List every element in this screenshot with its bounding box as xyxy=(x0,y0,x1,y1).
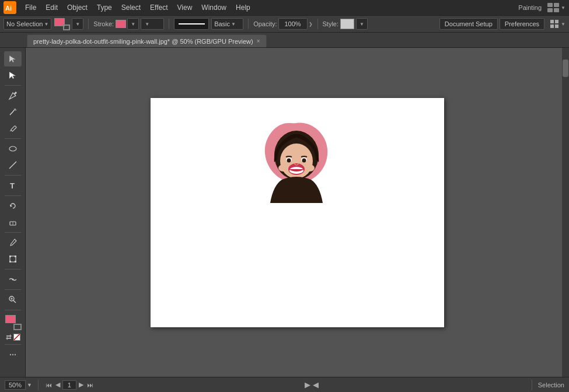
svg-rect-8 xyxy=(550,24,554,28)
type-tool-button[interactable]: T xyxy=(4,178,22,193)
line-tool-button[interactable] xyxy=(4,158,22,173)
menu-file[interactable]: File xyxy=(21,2,40,13)
svg-point-31 xyxy=(12,354,13,355)
pencil-tool-button[interactable] xyxy=(4,121,22,136)
workspace-switcher[interactable]: ▼ xyxy=(547,3,565,12)
next-page-button[interactable]: ▶ xyxy=(78,381,85,388)
menu-object[interactable]: Object xyxy=(63,2,92,13)
more-tools-button[interactable] xyxy=(4,347,22,362)
first-page-button[interactable]: ⏮ xyxy=(44,382,53,388)
stroke-dropdown[interactable]: ▼ xyxy=(127,18,139,30)
opacity-group: Opacity: ❯ xyxy=(253,18,312,30)
stroke-width-dropdown[interactable]: ▼ xyxy=(141,18,164,30)
fill-chevron: ▼ xyxy=(75,22,80,27)
doc-setup-group: Document Setup Preferences xyxy=(439,18,544,30)
tool-sep-3 xyxy=(5,175,21,176)
pen-tool-button[interactable] xyxy=(4,88,22,103)
selection-group: No Selection ▼ xyxy=(4,18,51,30)
svg-rect-21 xyxy=(9,256,11,257)
menu-window[interactable]: Window xyxy=(197,2,231,13)
fill-color-swatch[interactable] xyxy=(54,18,70,30)
status-sep-2 xyxy=(532,380,532,390)
status-sep-1 xyxy=(38,380,39,390)
status-bar: ▼ ⏮ ◀ ▶ ⏭ ▶ ◀ Selection xyxy=(0,377,569,392)
menu-view[interactable]: View xyxy=(173,2,197,13)
main-area: T xyxy=(0,48,569,377)
options-toolbar: No Selection ▼ ▼ Stroke: ▼ ▼ xyxy=(0,15,569,33)
rewind-button[interactable]: ◀ xyxy=(313,380,319,389)
svg-rect-9 xyxy=(555,24,558,28)
style-swatch[interactable] xyxy=(340,19,354,29)
tab-close-button[interactable]: × xyxy=(257,38,260,44)
opacity-arrow: ❯ xyxy=(309,22,313,27)
fill-stroke-color-box[interactable] xyxy=(4,314,22,330)
app-logo: Ai xyxy=(4,1,16,14)
brush-tool-button[interactable] xyxy=(4,104,22,120)
stroke-style-group xyxy=(174,18,209,30)
zoom-group: ▼ xyxy=(5,380,32,390)
preferences-button[interactable]: Preferences xyxy=(500,18,544,30)
sep-3 xyxy=(248,19,249,29)
svg-point-14 xyxy=(9,146,16,151)
zoom-input[interactable] xyxy=(5,380,26,390)
warp-tool-button[interactable] xyxy=(4,272,22,287)
transform-tool-button[interactable] xyxy=(4,251,22,267)
menu-bar: Ai File Edit Object Type Select Effect V… xyxy=(0,0,569,15)
svg-rect-24 xyxy=(15,261,16,262)
svg-point-30 xyxy=(9,354,11,355)
swap-colors-button[interactable] xyxy=(5,334,12,341)
portrait-image[interactable] xyxy=(264,127,329,203)
tab-bar: pretty-lady-polka-dot-outfit-smiling-pin… xyxy=(0,33,569,48)
last-page-button[interactable]: ⏭ xyxy=(86,382,95,388)
zoom-chevron: ▼ xyxy=(27,382,32,388)
prev-page-button[interactable]: ◀ xyxy=(54,381,61,388)
arrange-icon xyxy=(549,19,560,29)
canvas-area xyxy=(26,48,569,377)
style-label: Style: xyxy=(323,20,339,27)
eraser-tool-button[interactable] xyxy=(4,215,22,230)
stroke-style-selector[interactable] xyxy=(174,18,209,30)
document-setup-button[interactable]: Document Setup xyxy=(439,18,498,30)
selection-tool-button[interactable] xyxy=(4,51,22,66)
none-color-button[interactable] xyxy=(13,334,20,341)
status-selection-label: Selection xyxy=(538,382,564,388)
selection-dropdown[interactable]: No Selection ▼ xyxy=(4,18,51,30)
svg-marker-10 xyxy=(9,55,16,62)
style-dropdown[interactable]: ▼ xyxy=(356,18,368,30)
play-button[interactable]: ▶ xyxy=(305,380,310,389)
sep-2 xyxy=(169,19,169,29)
tool-sep-6 xyxy=(5,269,21,270)
menu-select[interactable]: Select xyxy=(117,2,145,13)
workspace-label: Painting xyxy=(518,4,542,11)
scroll-thumb-vertical[interactable] xyxy=(563,60,568,77)
stroke-color-swatch[interactable] xyxy=(116,20,126,28)
profile-dropdown[interactable]: Basic ▼ xyxy=(211,18,243,30)
page-navigation: ⏮ ◀ ▶ ⏭ xyxy=(44,380,95,390)
svg-rect-13 xyxy=(11,125,16,131)
profile-chevron: ▼ xyxy=(231,22,236,27)
ellipse-tool-button[interactable] xyxy=(4,141,22,156)
stroke-chevron: ▼ xyxy=(131,22,135,27)
rotate-tool-button[interactable] xyxy=(4,198,22,214)
vertical-scrollbar[interactable] xyxy=(562,48,569,377)
tool-sep-1 xyxy=(5,85,21,86)
tool-sep-9 xyxy=(5,344,21,345)
artboard xyxy=(151,98,444,327)
tool-sep-5 xyxy=(5,232,21,233)
page-number-input[interactable] xyxy=(62,380,76,390)
menu-type[interactable]: Type xyxy=(93,2,116,13)
direct-selection-tool-button[interactable] xyxy=(4,68,22,83)
opacity-input[interactable] xyxy=(278,18,308,30)
menu-help[interactable]: Help xyxy=(232,2,254,13)
svg-rect-7 xyxy=(555,20,558,23)
svg-rect-6 xyxy=(550,20,554,23)
menu-effect[interactable]: Effect xyxy=(146,2,172,13)
arrange-chevron: ▼ xyxy=(561,22,565,27)
svg-point-40 xyxy=(302,158,306,162)
zoom-tool-button[interactable] xyxy=(4,292,22,307)
eyedropper-tool-button[interactable] xyxy=(4,235,22,250)
menu-edit[interactable]: Edit xyxy=(41,2,62,13)
active-tab[interactable]: pretty-lady-polka-dot-outfit-smiling-pin… xyxy=(27,34,267,47)
profile-label: Basic xyxy=(214,20,230,27)
fill-dropdown[interactable]: ▼ xyxy=(72,18,83,30)
